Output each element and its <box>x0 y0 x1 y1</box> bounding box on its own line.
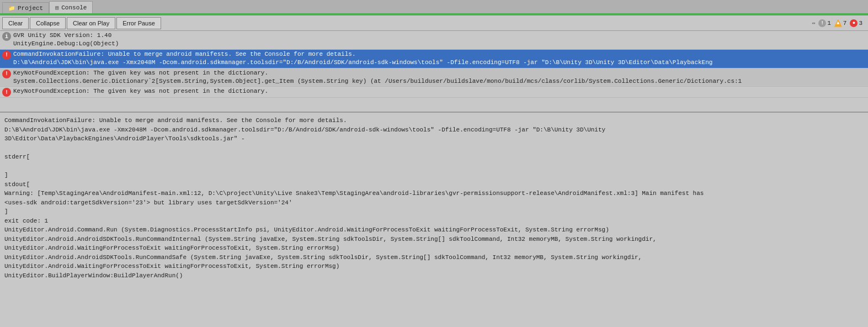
log-text-3: KeyNotFoundException: The given key was … <box>13 69 866 86</box>
log-icon-4: ! <box>2 88 11 97</box>
warning-badge-icon: ▲ <box>834 19 842 27</box>
log-line2-3: System.Collections.Generic.Dictionary`2[… <box>13 77 866 86</box>
project-icon: 📁 <box>8 5 15 12</box>
error-badge[interactable]: ● 3 <box>850 19 862 27</box>
collapse-button[interactable]: Collapse <box>30 17 66 29</box>
tab-console-label: Console <box>61 4 87 11</box>
log-text-2: CommandInvokationFailure: Unable to merg… <box>13 50 866 67</box>
clear-button[interactable]: Clear <box>2 17 29 29</box>
console-detail-panel: CommandInvokationFailure: Unable to merg… <box>0 113 868 312</box>
info-badge-icon: ! <box>818 19 826 27</box>
log-line2-2: D:\B\Android\JDK\bin\java.exe -Xmx2048M … <box>13 59 866 67</box>
console-detail-text: CommandInvokationFailure: Unable to merg… <box>4 116 864 280</box>
error-badge-count: 3 <box>859 20 862 27</box>
console-icon: ▤ <box>55 4 58 11</box>
badge-area: ⇔ ! 1 ▲ 7 ● 3 <box>810 19 866 27</box>
log-line1-3: KeyNotFoundException: The given key was … <box>13 69 866 77</box>
tab-console[interactable]: ▤ Console <box>49 1 93 13</box>
clear-on-play-button[interactable]: Clear on Play <box>67 17 115 29</box>
error-badge-icon: ● <box>850 19 858 27</box>
log-row-2[interactable]: ! CommandInvokationFailure: Unable to me… <box>0 50 868 68</box>
log-icon-2: ! <box>2 51 11 60</box>
log-line2-1: UnityEngine.Debug:Log(Object) <box>13 40 866 48</box>
warning-badge[interactable]: ▲ 7 <box>834 19 847 27</box>
tab-project[interactable]: 📁 Project <box>2 2 49 13</box>
log-text-1: GVR Unity SDK Version: 1.40 UnityEngine.… <box>13 31 866 49</box>
log-row-3[interactable]: ! KeyNotFoundException: The given key wa… <box>0 68 868 87</box>
log-row-1[interactable]: i GVR Unity SDK Version: 1.40 UnityEngin… <box>0 31 868 50</box>
info-badge-count: 1 <box>827 20 831 27</box>
warning-badge-count: 7 <box>843 20 847 27</box>
tab-project-label: Project <box>18 5 43 12</box>
toolbar: Clear Collapse Clear on Play Error Pause… <box>0 15 868 31</box>
info-badge[interactable]: ! 1 <box>818 19 831 27</box>
console-log-list[interactable]: i GVR Unity SDK Version: 1.40 UnityEngin… <box>0 31 868 113</box>
error-pause-button[interactable]: Error Pause <box>116 17 161 29</box>
log-line1-4: KeyNotFoundException: The given key was … <box>13 87 866 96</box>
tab-bar: 📁 Project ▤ Console <box>0 0 868 13</box>
expand-icon: ⇔ <box>812 20 815 27</box>
log-icon-3: ! <box>2 70 11 78</box>
log-icon-1: i <box>2 32 11 41</box>
log-line1-1: GVR Unity SDK Version: 1.40 <box>13 31 866 40</box>
log-line1-2: CommandInvokationFailure: Unable to merg… <box>13 50 866 59</box>
log-row-4[interactable]: ! KeyNotFoundException: The given key wa… <box>0 87 868 98</box>
log-text-4: KeyNotFoundException: The given key was … <box>13 87 866 96</box>
